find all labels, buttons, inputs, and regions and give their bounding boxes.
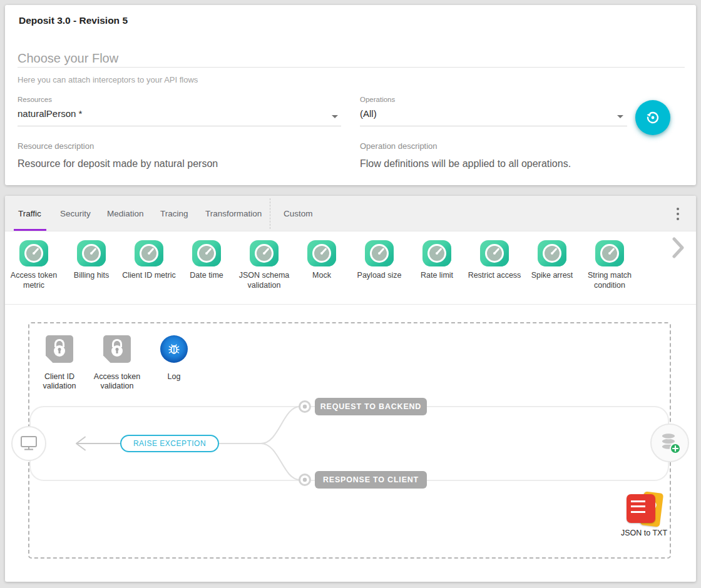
interceptor-category-tabs: Traffic Security Mediation Tracing Trans… [5,196,696,231]
interceptor-palette: Access token metric Billing hits Client … [5,231,696,305]
interceptor-rate-limit[interactable]: Rate limit [408,240,466,304]
revision-history-button[interactable] [635,100,670,135]
lock-badge-icon [46,335,73,363]
operation-description-label: Operation description [360,141,437,151]
fork-down-curve [261,444,300,480]
operations-select[interactable]: (All) [360,108,377,119]
flow-interceptor-label: Log [144,372,204,382]
backend-endpoint [651,424,688,462]
interceptor-client-id-metric[interactable]: Client ID metric [120,240,178,304]
gauge-icon [422,240,451,266]
interceptor-access-token-metric[interactable]: Access token metric [5,240,63,304]
gauge-icon [480,240,509,266]
resources-label: Resources [18,96,52,103]
interceptor-label: Spike arrest [530,271,575,281]
flow-interceptor-label: JSON to TXT [610,529,678,537]
caret-down-icon[interactable] [332,115,338,118]
flow-canvas: Client ID validation Access token valida… [5,305,696,582]
gauge-icon [307,240,336,266]
flow-interceptor-label: Client ID validation [29,372,90,392]
resource-description-value: Resource for deposit made by natural per… [18,158,218,170]
operations-underline [360,126,627,126]
flow-editor-card: Traffic Security Mediation Tracing Trans… [5,196,696,582]
exception-arrow-icon [76,437,120,450]
tab-traffic[interactable]: Traffic [18,196,41,231]
interceptor-label: Payload size [356,271,403,281]
operations-label: Operations [360,96,395,103]
tab-custom[interactable]: Custom [284,196,313,231]
bug-icon [160,335,188,363]
section-subtitle: Here you can attach interceptors to your… [18,75,198,84]
tab-security[interactable]: Security [60,196,91,231]
response-to-client-pill[interactable]: RESPONSE TO CLIENT [315,471,427,489]
interceptor-date-time[interactable]: Date time [178,240,235,304]
interceptor-label: JSON schema validation [235,271,293,290]
caret-down-icon[interactable] [617,115,623,118]
flow-header-card: Deposit 3.0 - Revision 5 Choose your Flo… [5,5,696,185]
gauge-icon [538,240,566,266]
gauge-icon [192,240,221,266]
section-divider [18,67,685,68]
resources-select[interactable]: naturalPerson * [18,108,82,119]
fork-up-curve [261,407,300,444]
flow-interceptor-log[interactable] [160,335,188,363]
interceptor-label: Rate limit [419,271,454,281]
request-node-icon [300,402,310,412]
interceptor-restrict-access[interactable]: Restrict access [466,240,523,304]
interceptor-label: Access token metric [5,271,63,290]
interceptor-payload-size[interactable]: Payload size [350,240,408,304]
page-title: Deposit 3.0 - Revision 5 [19,15,128,26]
response-node-icon [300,475,310,485]
interceptor-json-schema-validation[interactable]: JSON schema validation [235,240,293,304]
flow-interceptor-access-token-validation[interactable] [103,335,131,363]
interceptor-label: Client ID metric [121,271,177,281]
active-tab-indicator [14,229,46,231]
client-endpoint [12,427,46,460]
interceptor-mock[interactable]: Mock [293,240,350,304]
request-to-backend-pill[interactable]: REQUEST TO BACKEND [315,398,427,415]
interceptor-label: Billing hits [73,271,110,281]
interceptor-string-match-condition[interactable]: String match condition [581,240,638,304]
interceptor-label: Date time [188,271,225,281]
resource-description-label: Resource description [18,141,94,151]
tab-divider [270,198,270,229]
tab-mediation[interactable]: Mediation [107,196,144,231]
gauge-icon [365,240,394,266]
gauge-icon [77,240,106,266]
history-icon [644,109,662,126]
interceptor-label: Restrict access [467,271,523,281]
tab-tracing[interactable]: Tracing [160,196,188,231]
flow-interceptor-client-id-validation[interactable] [46,335,73,363]
tab-transformation[interactable]: Transformation [205,196,262,231]
resources-underline [18,126,341,126]
interceptor-spike-arrest[interactable]: Spike arrest [523,240,581,304]
flow-interceptor-label: Access token validation [87,372,147,392]
gauge-icon [19,240,48,266]
interceptor-label: String match condition [581,271,638,290]
flow-interceptor-json-to-txt[interactable] [627,492,667,527]
gauge-icon [595,240,624,266]
interceptor-billing-hits[interactable]: Billing hits [63,240,120,304]
interceptor-label: Mock [311,271,332,281]
kebab-menu-icon[interactable] [672,208,683,220]
section-title: Choose your Flow [18,51,118,66]
chevron-right-icon[interactable] [672,237,685,261]
lock-badge-icon [103,335,131,363]
gauge-icon [135,240,163,266]
gauge-icon [250,240,279,266]
raise-exception-pill[interactable]: RAISE EXCEPTION [120,435,219,452]
operation-description-value: Flow definitions will be applied to all … [360,158,571,170]
